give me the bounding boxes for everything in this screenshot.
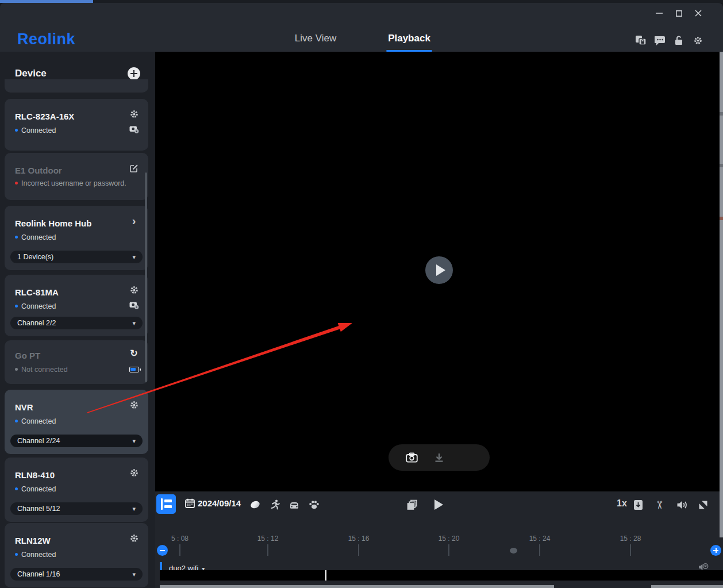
multi-channel-view-button[interactable]: [406, 498, 418, 511]
status-dot: [15, 553, 18, 556]
scrollbar-mark: [720, 217, 723, 220]
date-picker[interactable]: 2024/09/14: [185, 498, 241, 508]
filter-person-button[interactable]: [268, 498, 281, 511]
playhead-marker[interactable]: [325, 570, 326, 581]
next-channel-strip: [651, 585, 723, 588]
scissors-icon: ✂: [653, 500, 666, 509]
hub-devices-dropdown[interactable]: 1 Device(s) ▾: [10, 251, 143, 263]
recording-list-button[interactable]: [156, 494, 176, 514]
play-icon: [434, 499, 443, 510]
settings-button[interactable]: [690, 33, 705, 48]
expand-hub-button[interactable]: ›: [129, 216, 139, 226]
device-status: Connected: [15, 126, 56, 134]
device-status: Connected: [15, 551, 56, 559]
device-name: E1 Outdoor: [15, 166, 62, 175]
device-name: RLC-823A-16X: [15, 112, 74, 121]
gear-icon: [130, 401, 139, 409]
unlock-icon: [674, 35, 684, 45]
video-hover-toolbar: High: [389, 444, 490, 471]
reolink-client-window: Reolink Live View Playback: [0, 3, 723, 588]
gear-icon: [130, 286, 139, 294]
device-card-e1outdoor[interactable]: E1 Outdoor Incorrect username or passwor…: [5, 153, 148, 200]
close-button[interactable]: [690, 6, 707, 20]
device-settings-button[interactable]: [129, 399, 139, 410]
timeline-zoom-out-button[interactable]: [157, 545, 168, 556]
camera-badge-icon: [129, 125, 139, 134]
channel-dropdown[interactable]: Channel 1/16 ▾: [10, 568, 143, 581]
filter-all-motion-button[interactable]: [249, 498, 261, 511]
fullscreen-icon: [698, 500, 708, 510]
play-button[interactable]: [432, 498, 445, 511]
stacked-frames-icon: [407, 499, 418, 510]
status-dot: [15, 236, 18, 239]
edit-login-button[interactable]: [129, 163, 139, 173]
device-card-gopt[interactable]: Go PT Not connected ↻: [5, 340, 148, 384]
playback-speed-button[interactable]: 1x: [613, 498, 630, 509]
device-card-rlc823a[interactable]: RLC-823A-16X Connected: [5, 99, 148, 151]
clip-download-button[interactable]: [432, 451, 446, 464]
person-running-icon: [270, 499, 280, 510]
feedback-button[interactable]: [652, 33, 667, 48]
device-card-rln8410[interactable]: RLN8-410 Connected Channel 5/12 ▾: [5, 458, 148, 522]
device-settings-button[interactable]: [129, 285, 139, 295]
clip-button[interactable]: ✂: [653, 498, 666, 511]
status-dot: [15, 487, 18, 490]
list-icon: [161, 498, 163, 510]
timeline-tick: [358, 544, 359, 556]
chevron-down-icon: ▾: [132, 568, 136, 581]
sidebar-title: Device: [15, 68, 47, 79]
device-name: Reolink Home Hub: [15, 218, 91, 228]
chevron-right-icon: ›: [132, 217, 136, 225]
device-settings-button[interactable]: [129, 533, 139, 543]
device-name: RLC-81MA: [15, 287, 59, 297]
channel-dropdown[interactable]: Channel 2/2 ▾: [10, 317, 143, 329]
filter-vehicle-button[interactable]: [288, 498, 301, 511]
device-sidebar: Device RLC-823A-16X Connected: [0, 52, 155, 588]
close-icon: [695, 10, 702, 17]
channel-dropdown[interactable]: Channel 5/12 ▾: [10, 502, 143, 515]
file-encryption-button[interactable]: [633, 33, 648, 48]
timeline-tick: [448, 544, 449, 556]
maximize-icon: [676, 10, 682, 17]
download-box-icon: [633, 499, 643, 510]
device-card-homehub[interactable]: Reolink Home Hub Connected › 1 Device(s)…: [5, 206, 148, 270]
play-overlay-button[interactable]: [425, 256, 453, 284]
device-settings-button[interactable]: [129, 467, 139, 478]
device-card-rln12w[interactable]: RLN12W Connected Channel 1/16 ▾: [5, 523, 148, 587]
timeline-label: 15 : 12: [248, 535, 288, 543]
motion-ball-icon: [249, 499, 260, 509]
device-name: Go PT: [15, 351, 40, 360]
add-device-button[interactable]: [128, 67, 140, 80]
snapshot-button[interactable]: [405, 451, 418, 464]
timeline-zoom-in-button[interactable]: [710, 545, 721, 556]
device-card-rlc81ma[interactable]: RLC-81MA Connected Channel 2/2 ▾: [5, 275, 148, 336]
channel-timeline-track[interactable]: [160, 570, 723, 581]
status-dot: [15, 129, 18, 132]
camera-type-button[interactable]: [129, 124, 139, 134]
timeline-scrub-dot[interactable]: [510, 548, 517, 554]
camera-type-button[interactable]: [129, 300, 139, 310]
timeline-label: 15 : 28: [610, 535, 651, 543]
download-button[interactable]: [632, 498, 644, 511]
device-name: RLN8-410: [15, 470, 55, 480]
channel-dropdown[interactable]: Channel 2/24 ▾: [10, 435, 143, 447]
minimize-button[interactable]: [651, 6, 668, 20]
device-status: Connected: [15, 233, 56, 241]
right-scrollbar[interactable]: [720, 52, 723, 537]
tab-live-view[interactable]: Live View: [281, 33, 350, 44]
maximize-button[interactable]: [670, 6, 687, 20]
gear-icon: [694, 36, 702, 45]
status-dot: [15, 420, 18, 422]
fullscreen-button[interactable]: [697, 498, 709, 511]
lock-toggle-button[interactable]: [671, 33, 686, 48]
refresh-icon: ↻: [130, 348, 137, 359]
device-card-nvr[interactable]: NVR Connected Channel 2/24 ▾: [5, 390, 148, 454]
timeline-label: 15 : 20: [429, 535, 469, 543]
tab-playback[interactable]: Playback: [375, 33, 444, 44]
sidebar-scrollbar[interactable]: [145, 172, 147, 382]
device-card-partial[interactable]: [5, 79, 148, 93]
audio-button[interactable]: [675, 498, 688, 511]
device-settings-button[interactable]: [129, 109, 139, 119]
reconnect-button[interactable]: ↻: [129, 348, 139, 358]
filter-animal-button[interactable]: [307, 498, 320, 511]
